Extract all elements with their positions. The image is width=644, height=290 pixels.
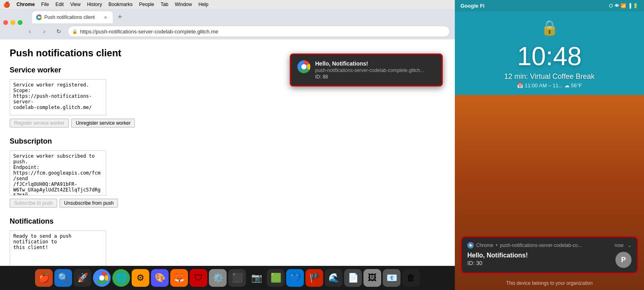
android-notif-app-name: Chrome (476, 243, 493, 248)
android-event-detail: 📅 11:00 AM – 11... ☁ 56°F (504, 82, 594, 88)
mac-menubar: 🍎 Chrome File Edit View History Bookmark… (0, 0, 455, 9)
menu-history[interactable]: History (87, 2, 102, 7)
notifications-heading: Notifications (10, 217, 445, 226)
dock-icon-4[interactable]: 🎨 (151, 269, 169, 287)
cast-icon: ⬡ (609, 3, 613, 8)
dock-firefox-icon[interactable]: 🦊 (170, 269, 188, 287)
dock-chrome-icon[interactable] (93, 269, 111, 287)
dock-launchpad-icon[interactable]: 🚀 (74, 269, 91, 287)
subscribe-push-button[interactable]: Subscribe to push (10, 199, 57, 208)
svg-point-5 (302, 65, 306, 69)
android-notif-site: push-notifications-server-codelab-co... (500, 243, 582, 248)
lock-symbol-icon: 🔒 (541, 19, 559, 36)
android-notif-header: Chrome • push-notifications-server-codel… (467, 242, 632, 249)
android-chrome-icon (467, 242, 474, 249)
address-bar[interactable]: 🔒 https://push-notifications-server-code… (68, 26, 450, 37)
eye-icon: 👁 (615, 3, 619, 8)
dock-preview-icon[interactable]: 🖼 (363, 269, 381, 287)
dock-chrome2-icon[interactable]: 🌐 (112, 269, 130, 287)
address-bar-row: ‹ › ↻ 🔒 https://push-notifications-serve… (0, 23, 455, 39)
fullscreen-window-button[interactable] (18, 20, 23, 25)
notification-site: push-notifications-server-codelab-comple… (315, 68, 435, 73)
notifications-section: Notifications Notify current subscriptio… (10, 217, 445, 266)
close-window-button[interactable] (3, 20, 8, 25)
menu-bookmarks[interactable]: Bookmarks (109, 2, 133, 7)
subscription-buttons: Subscribe to push Unsubscribe from push (10, 199, 445, 208)
menu-chrome[interactable]: Chrome (17, 2, 35, 7)
svg-point-8 (100, 276, 104, 280)
android-device: Google Fi ⬡ 👁 📶 ▐ 🔋 🔒 10:48 12 min: Virt… (455, 0, 644, 290)
menu-window[interactable]: Window (175, 2, 192, 7)
menu-tab[interactable]: Tab (161, 2, 168, 7)
dock-icon-3[interactable]: ⚙ (132, 269, 149, 287)
subscription-textarea[interactable] (10, 150, 106, 195)
android-device-area: Google Fi ⬡ 👁 📶 ▐ 🔋 🔒 10:48 12 min: Virt… (455, 0, 644, 290)
android-notif-body: Hello, Notifications! ID: 30 P (467, 252, 632, 268)
traffic-lights (3, 20, 23, 25)
android-notif-id: ID: 30 (467, 260, 528, 266)
forward-button[interactable]: › (39, 26, 50, 37)
dock-icon-9[interactable]: 🌊 (325, 269, 343, 287)
svg-point-11 (470, 245, 471, 246)
back-button[interactable]: ‹ (24, 26, 35, 37)
subscription-section: Subscripton Subscribe to push Unsubscrib… (10, 137, 445, 208)
url-text: https://push-notifications-server-codela… (80, 29, 218, 35)
tab-close-button[interactable]: ✕ (102, 14, 109, 21)
browser-content: Push notifications client Service worker… (0, 39, 455, 266)
dock-icon-6[interactable]: 📷 (248, 269, 265, 287)
menu-edit[interactable]: Edit (56, 2, 64, 7)
android-notif-chevron-icon: ⌄ (627, 243, 632, 248)
new-tab-button[interactable]: + (114, 11, 126, 23)
unsubscribe-push-button[interactable]: Unsubscribe from push (60, 199, 118, 208)
dock-vscode-icon[interactable]: 💙 (286, 269, 304, 287)
menu-view[interactable]: View (70, 2, 80, 7)
battery-icon: 🔋 (633, 3, 638, 8)
android-notification: Chrome • push-notifications-server-codel… (460, 236, 638, 274)
apple-menu[interactable]: 🍎 (3, 1, 10, 8)
unregister-sw-button[interactable]: Unregister service worker (71, 119, 135, 128)
dock-trash-icon[interactable]: 🗑 (402, 269, 420, 287)
dock: 🍎 🔍 🚀 🌐 ⚙ 🎨 🦊 🛡 ⚙️ ⬛ 📷 🟩 💙 🏴 🌊 📄 🖼 📧 (0, 266, 455, 290)
tab-favicon-icon (36, 14, 42, 20)
time-area: 10:48 12 min: Virtual Coffee Break 📅 11:… (504, 43, 594, 88)
active-tab[interactable]: Push notifications client ✕ (32, 11, 113, 23)
signal-icon: ▐ (628, 3, 631, 8)
subscription-heading: Subscripton (10, 137, 445, 146)
tab-bar: Push notifications client ✕ + (0, 9, 455, 23)
browser-chrome: Push notifications client ✕ + ‹ › ↻ 🔒 ht… (0, 9, 455, 39)
android-statusbar: Google Fi ⬡ 👁 📶 ▐ 🔋 (455, 0, 644, 11)
dock-settings-icon[interactable]: ⚙️ (209, 269, 227, 287)
dock-siri-icon[interactable]: 🔍 (54, 269, 72, 287)
android-notif-text: Hello, Notifications! ID: 30 (467, 252, 528, 266)
android-event: 12 min: Virtual Coffee Break (504, 72, 594, 81)
menu-help[interactable]: Help (198, 2, 208, 7)
notifications-textarea[interactable] (10, 230, 106, 266)
notification-title: Hello, Notifications! (315, 60, 435, 67)
svg-point-2 (38, 16, 40, 18)
dock-icon-8[interactable]: 🏴 (305, 269, 323, 287)
carrier-text: Google Fi (460, 3, 485, 9)
dock-email-icon[interactable]: 📧 (383, 269, 400, 287)
android-notif-time: now (615, 243, 623, 248)
dock-finder-icon[interactable]: 🍎 (35, 269, 53, 287)
service-worker-textarea[interactable] (10, 79, 106, 115)
menu-people[interactable]: People (139, 2, 154, 7)
register-sw-button[interactable]: Register service worker (10, 119, 69, 128)
dock-icon-5[interactable]: 🛡 (190, 269, 207, 287)
dock-icon-7[interactable]: 🟩 (267, 269, 285, 287)
android-content: 🔒 10:48 12 min: Virtual Coffee Break 📅 1… (455, 11, 644, 290)
lock-area: 🔒 (541, 19, 559, 36)
reload-button[interactable]: ↻ (53, 26, 64, 37)
dock-terminal-icon[interactable]: ⬛ (228, 269, 246, 287)
dock-files-icon[interactable]: 📄 (344, 269, 362, 287)
notification-content: Hello, Notifications! push-notifications… (315, 60, 435, 80)
browser-notification-popup: Hello, Notifications! push-notifications… (290, 53, 443, 86)
notification-chrome-icon (297, 60, 310, 73)
service-worker-buttons: Register service worker Unregister servi… (10, 119, 445, 128)
android-notif-dot: • (496, 243, 497, 248)
menu-file[interactable]: File (41, 2, 49, 7)
android-notif-title: Hello, Notifications! (467, 252, 528, 259)
minimize-window-button[interactable] (10, 20, 15, 25)
browser-window: 🍎 Chrome File Edit View History Bookmark… (0, 0, 455, 290)
android-notif-avatar: P (615, 252, 632, 268)
